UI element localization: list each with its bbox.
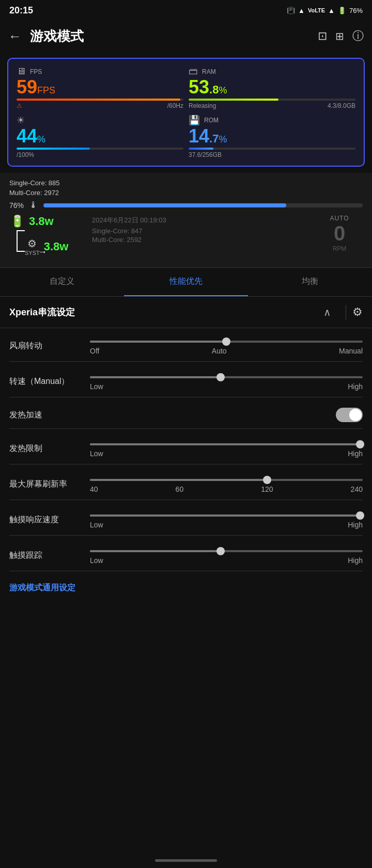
status-time: 20:15 (9, 5, 33, 16)
speed-control: Low High (90, 372, 363, 391)
bottom-nav (0, 853, 372, 868)
refresh-rate-slider-thumb[interactable] (263, 476, 271, 484)
status-icons: 📳 ▲ VoLTE ▲ 🔋 76% (287, 7, 363, 14)
datetime: 2024年6月22日 00:19:03 (92, 216, 306, 225)
auto-rpm-box: AUTO 0 RPM (316, 215, 363, 252)
touch-tracking-slider-track[interactable] (90, 550, 363, 552)
rom-monitor: 💾 ROM 14.7% 37.6/256GB (189, 115, 355, 158)
rom-icon: 💾 (189, 115, 200, 126)
fan-setting-row: 风扇转动 Off Auto Manual (0, 328, 372, 359)
speed-setting-row: 转速（Manual） Low High (0, 364, 372, 395)
tab-balanced[interactable]: 均衡 (248, 268, 372, 296)
volte-icon: VoLTE (308, 7, 325, 13)
fan-control: Off Auto Manual (90, 336, 363, 355)
warn-icon: ⚠ (17, 102, 22, 109)
syst-icon: ⚙ (27, 238, 37, 249)
heat-accel-label: 发热加速 (9, 410, 82, 421)
settings-title: Xperia串流设定 (9, 306, 323, 318)
touch-tracking-slider-thumb[interactable] (216, 547, 225, 555)
tab-performance[interactable]: 性能优先 (124, 268, 248, 296)
multi-core-2: Multi-Core: 2592 (92, 236, 306, 244)
brightness-icon: ☀ (17, 115, 25, 126)
touch-response-slider-track[interactable] (90, 515, 363, 517)
speed-slider-labels: Low High (90, 382, 363, 391)
fan-label: 风扇转动 (9, 341, 82, 351)
battery-bar (43, 203, 363, 207)
refresh-rate-slider-track[interactable] (90, 479, 363, 481)
heat-accel-toggle[interactable] (336, 408, 363, 422)
fps-sub: ⚠ /60Hz (17, 102, 183, 109)
chevron-up-icon[interactable]: ∧ (323, 306, 331, 318)
refresh-rate-slider-labels: 40 60 120 240 (90, 485, 363, 493)
thermometer-icon: 🌡 (29, 200, 38, 211)
ram-monitor: 🗃 RAM 53.8% Releasing 4.3/8.0GB (189, 66, 355, 109)
touch-response-setting-row: 触摸响应速度 Low High (0, 502, 372, 533)
speed-slider-thumb[interactable] (216, 373, 225, 381)
touch-tracking-setting-row: 触摸跟踪 Low High (0, 538, 372, 569)
fps-value: 59FPS (17, 78, 183, 97)
monitor-card: 🖥 FPS 59FPS ⚠ /60Hz 🗃 RAM 53.8% Rel (7, 58, 365, 167)
rpm-label: RPM (316, 245, 363, 252)
battery-percent: 76% (349, 7, 363, 14)
perf-section: Single-Core: 885 Multi-Core: 2972 76% 🌡 … (0, 173, 372, 268)
touch-response-label: 触摸响应速度 (9, 515, 82, 525)
back-button[interactable]: ← (8, 28, 22, 44)
speed-slider-track[interactable] (90, 376, 363, 378)
top-bar: ← 游戏模式 ⊡ ⊞ ⓘ (0, 21, 372, 52)
battery-pct: 76% (9, 201, 24, 210)
signal-icon: ▲ (328, 7, 335, 14)
refresh-rate-label: 最大屏幕刷新率 (9, 479, 82, 490)
speed-label: 转速（Manual） (9, 376, 82, 387)
bottom-pill (155, 859, 217, 862)
auto-label: AUTO (316, 215, 363, 222)
rom-sub: 37.6/256GB (189, 151, 355, 158)
page-title: 游戏模式 (30, 27, 309, 45)
ram-icon: 🗃 (189, 66, 198, 77)
rom-value: 14.7% (189, 127, 355, 146)
ram-value: 53.8% (189, 78, 355, 97)
ram-label: RAM (202, 68, 216, 75)
fan-slider-fill (90, 341, 226, 343)
battery-icon: 🔋 (338, 7, 346, 14)
heat-limit-slider-labels: Low High (90, 449, 363, 458)
heat-limit-slider-fill (90, 443, 360, 445)
heat-limit-setting-row: 发热限制 Low High (0, 431, 372, 462)
vibrate-icon: 📳 (287, 7, 295, 14)
refresh-rate-setting-row: 最大屏幕刷新率 40 60 120 240 (0, 467, 372, 497)
tabs-row: 自定义 性能优先 均衡 (0, 268, 372, 297)
fan-slider-labels: Off Auto Manual (90, 347, 363, 355)
heat-limit-control: Low High (90, 439, 363, 458)
fan-slider-thumb[interactable] (222, 337, 230, 346)
touch-response-slider-labels: Low High (90, 521, 363, 529)
touch-response-slider-fill (90, 515, 360, 517)
window-icon[interactable]: ⊡ (318, 29, 327, 43)
heat-limit-slider-thumb[interactable] (356, 440, 364, 448)
battery-symbol: 🔋 (10, 215, 24, 228)
fan-slider-track[interactable] (90, 341, 363, 343)
speed-slider-fill (90, 376, 221, 378)
tab-custom[interactable]: 自定义 (0, 268, 124, 296)
fps-label: FPS (30, 68, 42, 75)
ram-sub: Releasing 4.3/8.0GB (189, 102, 355, 109)
info-icon[interactable]: ⓘ (352, 28, 364, 44)
settings-header: Xperia串流设定 ∧ ⚙ (0, 297, 372, 328)
bottom-link[interactable]: 游戏模式通用设定 (0, 573, 372, 598)
brightness-monitor: ☀ 44% /100% (17, 115, 183, 158)
heat-accel-setting-row: 发热加速 (0, 399, 372, 426)
refresh-rate-slider-fill (90, 479, 267, 481)
gear-icon[interactable]: ⚙ (352, 306, 363, 319)
syst-watts: 3.8w (44, 240, 69, 253)
touch-tracking-slider-labels: Low High (90, 556, 363, 565)
touch-response-slider-thumb[interactable] (356, 511, 364, 520)
touch-tracking-control: Low High (90, 546, 363, 565)
battery-fill (43, 203, 286, 207)
touch-tracking-label: 触摸跟踪 (9, 550, 82, 561)
wifi-icon: ▲ (298, 7, 305, 14)
status-bar: 20:15 📳 ▲ VoLTE ▲ 🔋 76% (0, 0, 372, 21)
single-core-2: Single-Core: 847 (92, 227, 306, 235)
fps-icon: 🖥 (17, 66, 26, 77)
touch-tracking-slider-fill (90, 550, 221, 552)
grid-icon[interactable]: ⊞ (335, 30, 344, 42)
touch-response-control: Low High (90, 510, 363, 529)
heat-limit-slider-track[interactable] (90, 443, 363, 445)
